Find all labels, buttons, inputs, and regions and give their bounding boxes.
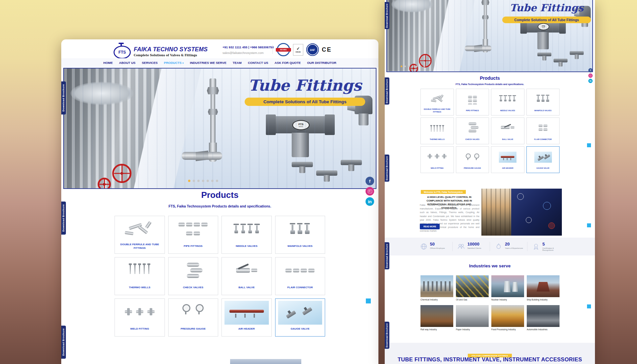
industry-photo — [527, 305, 560, 327]
download-brochure-tab[interactable]: Download Brochure — [61, 81, 66, 114]
fitting-image — [537, 51, 551, 61]
industry-automobile[interactable]: Automobile Industries — [527, 305, 560, 331]
product-card-check-valves[interactable]: CHECK VALVES — [168, 257, 219, 295]
product-card-air-header[interactable]: AIR HEADER — [221, 298, 272, 337]
download-brochure-tab[interactable]: Download Brochure — [385, 2, 389, 29]
product-label: WELD FITTING — [421, 166, 454, 173]
product-card-pipe-fittings[interactable]: PIPE FITTINGS — [456, 89, 489, 115]
nav-home[interactable]: HOME — [103, 61, 113, 65]
nav-ask-for-quote[interactable]: ASK FOR QUOTE — [274, 61, 301, 65]
product-card-ball-valve[interactable]: BALL VALVE — [491, 117, 524, 144]
email-link[interactable]: sales@faikatechnosystem.com — [222, 51, 274, 55]
union-fitting-image — [182, 152, 222, 160]
industry-food-processing[interactable]: Food Processing Industry — [491, 305, 524, 331]
product-label: FLAIR CONNECTOR — [275, 283, 325, 295]
nav-contact-us[interactable]: CONTACT US — [248, 61, 269, 65]
industry-ship-building[interactable]: Ship Building Industry — [527, 275, 560, 301]
product-card-air-header[interactable]: AIR HEADER — [491, 146, 524, 173]
product-label: GAUGE VALVE — [275, 325, 325, 336]
industry-paper[interactable]: Paper Industry — [456, 305, 489, 331]
download-brochure-tab[interactable]: Download Brochure — [385, 77, 389, 105]
product-image — [462, 121, 483, 133]
carousel-dots[interactable] — [401, 66, 425, 67]
scroll-widget[interactable] — [587, 304, 591, 308]
products-grid: DOUBLE FERRULE AND TUBE FITTINGS PIPE FI… — [420, 89, 560, 173]
product-image — [222, 257, 271, 283]
download-brochure-tab[interactable]: Download Brochure — [385, 155, 389, 182]
product-image — [534, 152, 552, 162]
linkedin-icon[interactable]: in — [366, 197, 374, 206]
phone-numbers[interactable]: +91 932 1111 455 | +966 565306758 — [222, 45, 274, 49]
product-image — [532, 92, 553, 105]
product-card-manifold-valves[interactable]: MANIFOLD VALVES — [275, 216, 325, 254]
product-card-gauge-valve[interactable]: GAUGE VALVE — [275, 298, 325, 337]
red-valve-wheel-icon — [112, 164, 131, 183]
product-label: AIR HEADER — [222, 325, 271, 336]
industry-chemical[interactable]: Chemical Industry — [420, 275, 453, 301]
product-image — [499, 152, 516, 162]
product-image — [169, 216, 218, 242]
scroll-widget[interactable] — [587, 223, 591, 227]
product-card-needle-valves[interactable]: NEEDLE VALVES — [491, 89, 524, 115]
product-label: PRESSURE GAUGE — [456, 166, 489, 173]
industries-grid: Chemical Industry Oil and Gas Nuclear In… — [420, 275, 560, 331]
product-card-flair-connector[interactable]: FLAIR CONNECTOR — [275, 257, 325, 295]
facebook-icon[interactable]: f — [588, 68, 593, 72]
product-card-double-ferrule[interactable]: DOUBLE FERRULE AND TUBE FITTINGS — [420, 89, 454, 115]
product-image — [115, 216, 165, 242]
product-card-weld-fitting[interactable]: WELD FITTING — [420, 146, 454, 173]
product-image — [427, 92, 448, 105]
download-brochure-tab[interactable]: Download Brochure — [385, 242, 389, 269]
download-brochure-tab[interactable]: Download Brochure — [385, 322, 389, 349]
product-card-thermo-wells[interactable]: THERMO WELLS — [420, 117, 454, 144]
product-label: PIPE FITTINGS — [456, 108, 489, 115]
next-section-preview — [230, 359, 301, 364]
product-card-ball-valve[interactable]: BALL VALVE — [221, 257, 272, 295]
product-card-flair-connector[interactable]: FLAIR CONNECTOR — [526, 117, 560, 144]
product-label: CHECK VALVES — [456, 137, 489, 144]
scroll-widget[interactable] — [366, 298, 371, 303]
instagram-icon[interactable] — [588, 73, 593, 78]
read-more-button[interactable]: READ MORE — [420, 224, 440, 229]
product-card-gauge-valve[interactable]: GAUGE VALVE — [526, 146, 560, 173]
product-card-pipe-fittings[interactable]: PIPE FITTINGS — [168, 216, 219, 254]
download-brochure-tab[interactable]: Download Brochure — [61, 326, 66, 359]
products-grid: DOUBLE FERRULE AND TUBE FITTINGS PIPE FI… — [115, 216, 325, 337]
industry-tech-photo — [511, 189, 562, 236]
product-card-double-ferrule[interactable]: DOUBLE FERRULE AND TUBE FITTINGS — [115, 216, 165, 254]
instagram-icon[interactable] — [366, 187, 374, 196]
facebook-icon[interactable]: f — [366, 177, 374, 185]
nav-industries-we-serve[interactable]: INDUSTRIES WE SERVE — [190, 61, 226, 65]
product-label: THERMO WELLS — [421, 137, 454, 144]
product-card-thermo-wells[interactable]: THERMO WELLS — [115, 257, 165, 295]
industry-nuclear[interactable]: Nuclear Industry — [491, 275, 524, 301]
industry-photo — [491, 275, 524, 297]
nav-our-distributor[interactable]: OUR DISTRIBUTOR — [307, 61, 336, 65]
nav-services[interactable]: SERVICES — [142, 61, 158, 65]
product-image — [169, 299, 218, 325]
product-card-check-valves[interactable]: CHECK VALVES — [456, 117, 489, 144]
hero-carousel[interactable]: FTSSS316L Tube Fittings Complete Solutio… — [63, 68, 376, 189]
product-card-pressure-gauge[interactable]: PRESSURE GAUGE — [168, 298, 219, 337]
red-valve-wheel-icon — [409, 64, 418, 72]
nav-about-us[interactable]: ABOUT US — [119, 61, 136, 65]
product-card-pressure-gauge[interactable]: PRESSURE GAUGE — [456, 146, 489, 173]
carousel-dots[interactable] — [188, 180, 218, 182]
industry-oil-gas[interactable]: Oil and Gas — [456, 275, 489, 301]
products-section-subtitle: FTS, Faika Technosystem Products details… — [385, 83, 595, 85]
oil-rig-photo — [481, 189, 511, 236]
product-card-manifold-valves[interactable]: MANIFOLD VALVES — [526, 89, 560, 115]
site-logo[interactable]: FTS FAIKA TECHNO SYSTEMS Complete Soluti… — [114, 44, 208, 59]
hero-carousel[interactable]: FTSSS316L Tube Fittings Complete Solutio… — [386, 0, 593, 72]
industry-railway[interactable]: Rail way Industry — [420, 305, 453, 331]
nav-team[interactable]: TEAM — [233, 61, 242, 65]
product-card-needle-valves[interactable]: NEEDLE VALVES — [221, 216, 272, 254]
product-card-weld-fitting[interactable]: WELD FITTING — [115, 298, 165, 337]
download-brochure-tab[interactable]: Download Brochure — [61, 202, 66, 235]
linkedin-icon[interactable]: in — [588, 79, 593, 83]
product-image — [497, 121, 518, 133]
industry-photo — [420, 305, 453, 327]
scroll-widget[interactable] — [587, 143, 591, 147]
nav-products[interactable]: PRODUCTS ▾ — [164, 61, 183, 65]
welcome-badge: Welcome to FTS, Faika Technosystem — [421, 190, 466, 194]
